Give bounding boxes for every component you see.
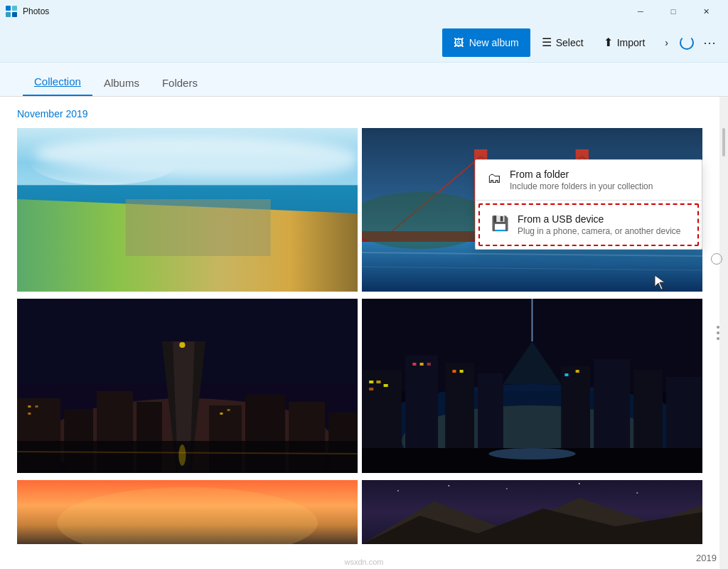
select-button[interactable]: ☰ Select xyxy=(533,28,592,57)
new-album-label: New album xyxy=(469,37,519,48)
cursor-pointer-icon xyxy=(653,274,666,289)
from-folder-text: From a folder Include more folders in yo… xyxy=(510,169,690,191)
from-usb-desc: Plug in a phone, camera, or another devi… xyxy=(518,226,686,236)
close-button[interactable]: ✕ xyxy=(690,0,722,23)
photo-aerial[interactable] xyxy=(17,128,358,294)
svg-point-5 xyxy=(31,142,176,185)
from-folder-item[interactable]: 🗂 From a folder Include more folders in … xyxy=(476,160,702,200)
svg-point-82 xyxy=(579,483,580,484)
svg-rect-38 xyxy=(28,405,31,408)
new-album-button[interactable]: 🖼 New album xyxy=(442,28,530,57)
import-icon: ⬆ xyxy=(604,36,613,49)
svg-rect-57 xyxy=(420,363,424,366)
dot-2 xyxy=(717,331,719,334)
photo-mountain-night[interactable] xyxy=(362,480,702,547)
scroll-circle xyxy=(711,253,722,265)
select-icon: ☰ xyxy=(542,36,552,49)
minimize-button[interactable]: ─ xyxy=(624,0,657,23)
watermark: wsxdn.com xyxy=(344,558,383,566)
select-label: Select xyxy=(556,37,584,48)
vegas-svg xyxy=(362,299,702,473)
folder-icon: 🗂 xyxy=(487,170,501,186)
svg-rect-41 xyxy=(220,413,223,415)
dots-indicator xyxy=(717,326,719,340)
svg-point-83 xyxy=(636,492,638,494)
toolbar: 🖼 New album ☰ Select ⬆ Import › ⋯ xyxy=(0,23,728,63)
svg-rect-52 xyxy=(376,381,380,383)
svg-rect-58 xyxy=(427,363,431,366)
scrollbar-thumb[interactable] xyxy=(722,128,725,156)
app-icon xyxy=(6,6,17,17)
app-title: Photos xyxy=(23,6,49,16)
month-label: November 2019 xyxy=(17,108,702,119)
import-label: Import xyxy=(617,37,646,48)
tab-folders[interactable]: Folders xyxy=(151,70,209,96)
svg-rect-56 xyxy=(412,363,416,366)
svg-marker-84 xyxy=(655,275,665,289)
svg-point-81 xyxy=(506,488,508,489)
svg-rect-69 xyxy=(460,370,464,373)
svg-point-73 xyxy=(488,448,575,459)
from-usb-title: From a USB device xyxy=(518,213,686,225)
dot-1 xyxy=(717,326,719,329)
svg-point-44 xyxy=(178,445,186,466)
photo-vegas-night[interactable] xyxy=(362,299,702,476)
usb-icon: 💾 xyxy=(491,215,509,232)
from-folder-desc: Include more folders in your collection xyxy=(510,181,690,191)
tab-collection[interactable]: Collection xyxy=(23,68,92,96)
sunset-svg xyxy=(17,480,358,544)
main-content: November 2019 xyxy=(0,97,728,569)
svg-rect-3 xyxy=(12,12,17,17)
svg-rect-71 xyxy=(576,370,579,373)
paris-svg xyxy=(17,299,358,473)
svg-rect-0 xyxy=(6,6,11,11)
svg-rect-54 xyxy=(384,384,388,387)
svg-rect-2 xyxy=(6,12,11,17)
svg-point-6 xyxy=(176,135,292,164)
svg-rect-40 xyxy=(28,413,31,415)
import-dropdown-menu: 🗂 From a folder Include more folders in … xyxy=(475,159,702,250)
photo-paris-night[interactable] xyxy=(17,299,358,476)
import-button[interactable]: ⬆ Import xyxy=(595,28,654,57)
svg-rect-53 xyxy=(369,388,373,390)
svg-rect-68 xyxy=(452,370,456,373)
svg-rect-9 xyxy=(126,199,271,256)
svg-point-79 xyxy=(397,490,399,491)
from-folder-title: From a folder xyxy=(510,169,690,180)
loading-spinner xyxy=(680,36,694,50)
svg-rect-39 xyxy=(35,405,38,408)
year-label: 2019 xyxy=(696,553,717,563)
more-button[interactable]: ⋯ xyxy=(697,30,722,55)
photo-sunset[interactable] xyxy=(17,480,358,547)
svg-rect-43 xyxy=(17,441,358,473)
svg-rect-51 xyxy=(369,381,373,383)
maximize-button[interactable]: □ xyxy=(657,0,690,23)
new-album-icon: 🖼 xyxy=(454,37,464,48)
mountain-svg xyxy=(362,480,702,544)
from-usb-item[interactable]: 💾 From a USB device Plug in a phone, cam… xyxy=(478,203,699,246)
title-bar-left: Photos xyxy=(6,6,49,17)
svg-point-33 xyxy=(179,342,185,348)
svg-rect-1 xyxy=(12,6,17,11)
aerial-svg xyxy=(17,128,358,292)
svg-rect-70 xyxy=(564,373,568,376)
svg-rect-42 xyxy=(228,409,230,411)
chevron-right-icon: › xyxy=(665,37,668,48)
from-usb-text: From a USB device Plug in a phone, camer… xyxy=(518,213,686,236)
tab-albums[interactable]: Albums xyxy=(92,70,151,96)
nav-tabs: Collection Albums Folders xyxy=(0,63,728,97)
dot-3 xyxy=(717,337,719,340)
title-bar: Photos ─ □ ✕ xyxy=(0,0,728,23)
window-controls: ─ □ ✕ xyxy=(624,0,722,23)
svg-point-80 xyxy=(448,485,449,486)
menu-divider xyxy=(476,200,702,201)
chevron-button[interactable]: › xyxy=(656,28,677,57)
scrollbar-track xyxy=(719,97,728,569)
